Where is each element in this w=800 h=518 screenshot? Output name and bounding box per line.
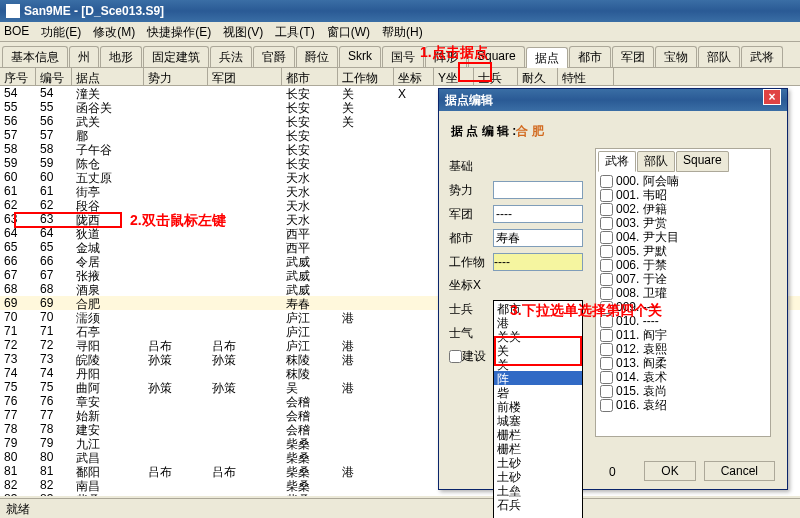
label-gzw: 工作物 [449, 254, 493, 271]
label-sb: 士兵 [449, 301, 493, 318]
annotation-3: 3.下拉选单选择第四个关 [510, 302, 662, 320]
dushi-select[interactable] [493, 229, 583, 247]
cancel-button[interactable]: Cancel [704, 461, 775, 481]
dropdown-option[interactable]: 砦 [494, 385, 582, 399]
right-tab[interactable]: 武将 [598, 151, 636, 172]
tab-宝物[interactable]: 宝物 [655, 46, 697, 67]
wujiang-checkbox[interactable] [600, 231, 613, 244]
menubar: BOE功能(E)修改(M)快捷操作(E)视图(V)工具(T)窗口(W)帮助(H) [0, 22, 800, 42]
tab-Skrk[interactable]: Skrk [339, 46, 381, 67]
dialog-heading: 据 点 编 辑 :合 肥 [439, 111, 787, 148]
menu-item[interactable]: 窗口(W) [327, 24, 370, 39]
annotation-1: 1.点击据点 [420, 44, 488, 62]
wujiang-checkbox[interactable] [600, 273, 613, 286]
jianshe-checkbox[interactable] [449, 350, 462, 363]
gongzuowu-dropdown[interactable]: 都市港关关关关阵砦前楼城塞栅栏栅栏土砂土砂土垒石兵---- [493, 300, 583, 518]
count-display: 0 [609, 465, 616, 479]
wujiang-checkbox[interactable] [600, 259, 613, 272]
label-zbx: 坐标X [449, 277, 493, 294]
dropdown-option[interactable]: 栅栏 [494, 441, 582, 455]
tab-国号[interactable]: 国号 [382, 46, 424, 67]
tab-部队[interactable]: 部队 [698, 46, 740, 67]
window-titlebar: San9ME - [D_Sce013.S9] [0, 0, 800, 22]
menu-item[interactable]: 修改(M) [93, 24, 135, 39]
checklist-item[interactable]: 008. 卫瓘 [598, 286, 768, 300]
annotation-2: 2.双击鼠标左键 [130, 212, 226, 230]
menu-item[interactable]: 快捷操作(E) [147, 24, 211, 39]
col-header[interactable]: 工作物 [338, 68, 394, 85]
wujiang-checkbox[interactable] [600, 343, 613, 356]
wujiang-checkbox[interactable] [600, 245, 613, 258]
tab-都市[interactable]: 都市 [569, 46, 611, 67]
wujiang-checkbox[interactable] [600, 217, 613, 230]
wujiang-checkbox[interactable] [600, 399, 613, 412]
app-icon [6, 4, 20, 18]
col-header[interactable]: 势力 [144, 68, 208, 85]
wujiang-checkbox[interactable] [600, 371, 613, 384]
wujiang-checkbox[interactable] [600, 357, 613, 370]
dropdown-option[interactable]: 土砂 [494, 469, 582, 483]
tab-官爵[interactable]: 官爵 [253, 46, 295, 67]
shili-input[interactable] [493, 181, 583, 199]
tab-地形[interactable]: 地形 [100, 46, 142, 67]
right-tab[interactable]: 部队 [637, 151, 675, 172]
edit-dialog: 据点编辑 × 据 点 编 辑 :合 肥 基础 势力 军团 都市 工作物 坐标X … [438, 88, 788, 490]
dialog-titlebar: 据点编辑 × [439, 89, 787, 111]
annotation-2-box [14, 212, 122, 228]
menu-item[interactable]: 帮助(H) [382, 24, 423, 39]
table-row[interactable]: 8383柴桑柴桑 [0, 492, 800, 496]
menu-item[interactable]: 工具(T) [275, 24, 314, 39]
tab-爵位[interactable]: 爵位 [296, 46, 338, 67]
dropdown-option[interactable]: 土垒 [494, 483, 582, 497]
wujiang-checkbox[interactable] [600, 287, 613, 300]
wujiang-checkbox[interactable] [600, 329, 613, 342]
tab-武将[interactable]: 武将 [741, 46, 783, 67]
annotation-3-box [494, 336, 582, 366]
col-header[interactable]: 编号 [36, 68, 72, 85]
tab-基本信息[interactable]: 基本信息 [2, 46, 68, 67]
right-tab[interactable]: Square [676, 151, 729, 172]
label-shili: 势力 [449, 182, 493, 199]
dialog-right-panel: 武将部队Square 000. 阿会喃001. 韦昭002. 伊籍003. 尹赏… [595, 148, 771, 437]
menu-item[interactable]: BOE [4, 24, 29, 39]
ok-button[interactable]: OK [644, 461, 695, 481]
label-sq: 士气 [449, 325, 493, 342]
tab-固定建筑[interactable]: 固定建筑 [143, 46, 209, 67]
wujiang-checkbox[interactable] [600, 175, 613, 188]
col-header[interactable]: 特性 [558, 68, 614, 85]
dropdown-option[interactable]: 城塞 [494, 413, 582, 427]
col-header[interactable]: 据点 [72, 68, 144, 85]
wujiang-checkbox[interactable] [600, 385, 613, 398]
tab-州[interactable]: 州 [69, 46, 99, 67]
close-icon[interactable]: × [763, 89, 781, 105]
menu-item[interactable]: 视图(V) [223, 24, 263, 39]
col-header[interactable]: 耐久 [518, 68, 558, 85]
right-tabs: 武将部队Square [598, 151, 768, 172]
tab-据点[interactable]: 据点 [526, 47, 568, 68]
col-header[interactable]: 坐标X [394, 68, 434, 85]
gongzuowu-select[interactable] [493, 253, 583, 271]
window-title: San9ME - [D_Sce013.S9] [24, 0, 164, 22]
status-bar: 就绪 [0, 498, 800, 518]
col-header[interactable]: 序号 [0, 68, 36, 85]
col-header[interactable]: 都市 [282, 68, 338, 85]
dropdown-option[interactable]: 栅栏 [494, 427, 582, 441]
label-dushi: 都市 [449, 230, 493, 247]
wujiang-checkbox[interactable] [600, 189, 613, 202]
menu-item[interactable]: 功能(E) [41, 24, 81, 39]
main-tabs: 基本信息州地形固定建筑兵法官爵爵位Skrk国号阵形Square据点都市军团宝物部… [0, 42, 800, 68]
wujiang-checkbox[interactable] [600, 203, 613, 216]
dropdown-option[interactable]: 石兵 [494, 497, 582, 511]
tab-军团[interactable]: 军团 [612, 46, 654, 67]
dropdown-option[interactable]: 土砂 [494, 455, 582, 469]
dialog-title: 据点编辑 [445, 89, 493, 111]
label-juntuan: 军团 [449, 206, 493, 223]
dropdown-option[interactable]: 前楼 [494, 399, 582, 413]
tab-兵法[interactable]: 兵法 [210, 46, 252, 67]
dropdown-option[interactable]: 阵 [494, 371, 582, 385]
annotation-1-box [458, 62, 492, 82]
col-header[interactable]: 军团 [208, 68, 282, 85]
dropdown-option[interactable]: ---- [494, 511, 582, 518]
juntuan-select[interactable] [493, 205, 583, 223]
checklist-item[interactable]: 016. 袁绍 [598, 398, 768, 412]
